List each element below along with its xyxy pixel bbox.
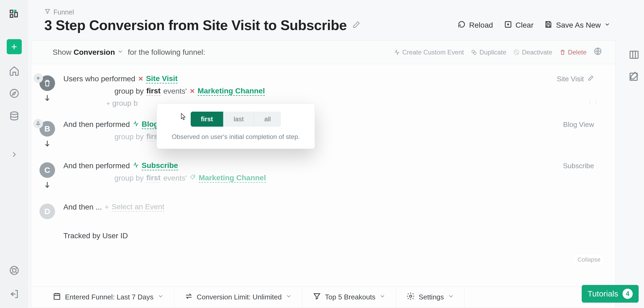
edit-note-icon[interactable] [628, 70, 641, 83]
settings-dropdown[interactable]: Settings [396, 287, 465, 308]
show-suffix: for the following funnel: [128, 48, 205, 57]
select-event-placeholder[interactable]: Select an Event [112, 203, 164, 212]
pencil-icon[interactable] [588, 75, 594, 83]
calendar-icon [53, 292, 61, 302]
drag-handle-icon[interactable]: ⋮⋮ [588, 99, 599, 105]
chevron-down-icon [157, 293, 164, 301]
segment-last[interactable]: last [223, 112, 254, 127]
delete-button[interactable]: Delete [559, 47, 587, 57]
clear-button[interactable]: Clear [504, 20, 534, 31]
chevron-down-icon [448, 293, 454, 301]
groupby-channel[interactable]: Marketing Channel [199, 174, 266, 183]
gear-icon [406, 292, 415, 302]
expand-sidebar-icon[interactable] [8, 149, 20, 160]
svg-rect-0 [10, 10, 13, 13]
tag-icon[interactable] [190, 174, 196, 182]
show-mode-dropdown[interactable]: Conversion [74, 48, 115, 57]
funnel-step-b: B And then performed Blog View Blog View [31, 115, 605, 156]
save-as-new-button[interactable]: Save As New [544, 20, 610, 31]
show-row: Show Conversion for the following funnel… [31, 41, 616, 64]
create-custom-event-button[interactable]: Create Custom Event [394, 47, 464, 57]
svg-point-12 [472, 50, 475, 53]
event-link[interactable]: Site Visit [146, 74, 178, 83]
save-as-new-label: Save As New [556, 21, 601, 30]
svg-point-7 [12, 269, 16, 272]
step-prefix: And then performed [63, 162, 130, 170]
svg-point-5 [10, 112, 18, 115]
step-bullet[interactable]: C [39, 162, 55, 178]
chevron-down-icon [285, 293, 292, 301]
svg-rect-1 [10, 15, 13, 17]
svg-rect-8 [630, 51, 638, 58]
collapse-button[interactable]: Collapse [574, 255, 604, 264]
chevron-down-icon [604, 21, 610, 30]
star-icon[interactable]: ★ [33, 73, 43, 83]
new-button[interactable]: + [7, 39, 22, 54]
remove-event-icon[interactable]: ✕ [138, 75, 143, 83]
sidebar-left: + [0, 0, 28, 308]
groupby-label: group by [114, 87, 144, 96]
pin-icon[interactable] [33, 119, 43, 129]
deactivate-button[interactable]: Deactivate [513, 47, 552, 57]
tutorials-label: Tutorials [588, 289, 618, 298]
tutorials-count-badge: 4 [623, 289, 633, 299]
arrow-down-icon [43, 94, 52, 103]
arrow-down-icon [43, 139, 52, 149]
swap-icon [184, 292, 193, 302]
save-icon [544, 20, 553, 31]
query-builder: Show Conversion for the following funnel… [31, 40, 616, 308]
segmented-control: first last all [191, 112, 281, 127]
svg-rect-11 [547, 25, 550, 27]
event-link[interactable]: Subscribe [142, 161, 178, 170]
entered-funnel-dropdown[interactable]: Entered Funnel: Last 7 Days [31, 287, 174, 308]
groupby-mode-popover: first last all Observed on user's initia… [157, 103, 315, 149]
help-icon[interactable] [8, 265, 20, 276]
pulse-icon [133, 162, 139, 170]
tutorials-button[interactable]: Tutorials 4 [582, 285, 639, 303]
top-breakouts-dropdown[interactable]: Top 5 Breakouts [302, 287, 396, 308]
columns-icon[interactable] [628, 48, 641, 61]
groupby-suffix: events' [163, 87, 187, 96]
step-bullet[interactable]: D [39, 204, 55, 219]
show-prefix: Show [53, 48, 71, 57]
svg-point-4 [10, 89, 18, 97]
tracked-by-row[interactable]: Tracked by User ID [31, 227, 605, 248]
bottom-controls: Entered Funnel: Last 7 Days Conversion L… [31, 286, 616, 308]
step-right-label: Subscribe [563, 162, 594, 170]
segment-first[interactable]: first [191, 112, 223, 127]
funnel-filter-icon [44, 8, 51, 16]
database-icon[interactable] [8, 110, 20, 122]
globe-icon[interactable] [594, 47, 602, 57]
conversion-limit-dropdown[interactable]: Conversion Limit: Unlimited [174, 287, 302, 308]
segment-all[interactable]: all [254, 112, 281, 127]
step-prefix: And then ... [63, 203, 102, 211]
funnel-step-c: C And then performed Subscribe Subscribe [31, 156, 605, 198]
compass-icon[interactable] [8, 87, 20, 99]
clear-label: Clear [516, 21, 534, 30]
funnel-step-a: ★ Users who performed ✕ Site Visit [31, 69, 605, 115]
groupby-value-dropdown[interactable]: first [146, 87, 161, 96]
step-right-label: Site Visit [557, 75, 584, 83]
reload-icon [457, 20, 466, 31]
add-groupby-button[interactable]: + group b [106, 99, 138, 108]
funnel-steps: ★ Users who performed ✕ Site Visit [31, 64, 616, 286]
chevron-down-icon [379, 293, 386, 301]
groupby-label: group by [114, 133, 144, 141]
step-right-label: Blog View [563, 120, 594, 129]
groupby-value-dropdown[interactable]: first [146, 174, 161, 183]
breadcrumb[interactable]: Funnel [44, 8, 610, 16]
breadcrumb-label: Funnel [53, 8, 74, 16]
reload-button[interactable]: Reload [457, 20, 493, 31]
step-prefix: Users who performed [63, 75, 135, 83]
edit-title-icon[interactable] [352, 20, 361, 30]
home-icon[interactable] [8, 65, 20, 77]
logout-icon[interactable] [8, 288, 20, 300]
sidebar-right [624, 0, 644, 83]
groupby-channel[interactable]: Marketing Channel [198, 87, 265, 96]
duplicate-button[interactable]: Duplicate [471, 47, 506, 57]
funnel-icon [313, 292, 321, 302]
remove-tag-icon[interactable]: ✕ [190, 87, 195, 95]
svg-rect-18 [54, 294, 60, 299]
svg-rect-3 [15, 10, 16, 12]
main: Funnel 3 Step Conversion from Site Visit… [28, 0, 624, 308]
